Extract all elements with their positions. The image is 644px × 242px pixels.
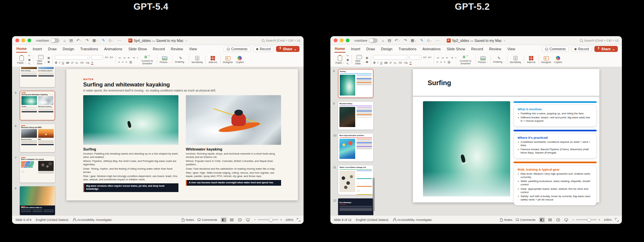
font-name-select[interactable]: ⌄ [373,55,408,60]
tab-review[interactable]: Review [170,46,183,52]
document-title[interactable]: P 5p4_slides — Saved to my Mac ⌄ [128,39,187,43]
layout-icon[interactable]: ▦⌄ [92,38,98,43]
slide-layout-icon[interactable]: ▦ [48,56,50,59]
search-input[interactable]: Search (Cmd + Ctrl + U) [580,39,619,42]
indent-button[interactable]: ⇥ [132,56,135,59]
normal-view-button[interactable] [221,217,227,223]
thumbnail-slide-8[interactable]: 8 Where the outdoors takes us [15,186,55,215]
font-name-select[interactable]: ⌄ [55,55,90,60]
tab-draw[interactable]: Draw [366,46,375,52]
zoom-slider[interactable] [258,219,278,220]
outdent-button[interactable]: ⇤ [446,56,448,59]
designer-button[interactable]: Designer [223,56,233,64]
line-spacing-button[interactable]: ↕ [137,56,138,59]
superscript-button[interactable]: x² [71,61,73,64]
thumbnail-slide-8[interactable]: 8 Surfing [333,69,373,98]
zoom-in-button[interactable]: + [598,218,600,222]
grow-font-button[interactable]: A˄ [105,56,108,59]
more-icon[interactable]: ⋯ [436,38,439,43]
kayaking-photo[interactable] [186,95,281,145]
format-painter-icon[interactable]: ✎ [346,62,349,65]
cut-icon[interactable]: ✂ [28,54,31,57]
subscript-button[interactable]: x₂ [394,61,396,64]
superscript-button[interactable]: x² [389,61,392,64]
tab-record[interactable]: Record [471,46,483,52]
italic-button[interactable]: I [377,61,378,64]
tab-design[interactable]: Design [62,46,74,52]
character-spacing-button[interactable]: AV [398,61,402,64]
home-icon[interactable]: ⌂ [63,39,66,43]
tab-insert[interactable]: Insert [351,46,361,52]
save-icon[interactable]: ▤ [388,38,391,43]
subscript-button[interactable]: x₂ [75,61,78,64]
picture-button[interactable]: Picture⌄ [160,56,170,64]
draw-icon[interactable]: ✎ [102,38,105,43]
change-case-button[interactable]: Aa [404,61,408,64]
underline-button[interactable]: U [380,61,382,64]
new-slide-button[interactable]: New Slide⌄ [36,55,46,65]
bullets-button[interactable]: ≔ [436,56,439,59]
surfing-photo[interactable] [83,95,178,145]
card-risk-training-gear[interactable]: Risk, training & typical gear Risk level… [514,162,597,205]
slide-layout-icon[interactable]: ▦ [366,56,369,59]
thumbnail-slide-6[interactable]: 6 Mountain biking and BMX Mountain bikin… [15,124,55,152]
redo-icon[interactable]: ↷ [404,38,407,43]
thumbnail-slide-9[interactable]: 9 Mountain biking [333,102,373,130]
slide-sorter-view-button[interactable] [229,217,235,223]
thumbnail-slide-4[interactable]: Rock climbing Ice climbing / alpinism [15,67,55,87]
tab-home[interactable]: Home [16,46,27,53]
cut-icon[interactable]: ✂ [346,54,349,57]
tab-animations[interactable]: Animations [104,46,122,52]
language-button[interactable]: English (United States) [356,218,388,222]
slide-subtitle[interactable]: In water sports, the environment itself … [83,89,281,92]
tab-view[interactable]: View [189,46,197,52]
accessibility-button[interactable]: Accessibility: Investigate [73,218,112,222]
close-button[interactable] [334,39,337,42]
align-right-button[interactable]: ≡ [444,60,445,64]
undo-icon[interactable]: ↶⌄ [76,38,82,43]
underline-button[interactable]: U [62,61,64,64]
comments-panel-button[interactable]: Comments [198,218,217,222]
search-input[interactable]: Search (Cmd + Ctrl + U) [262,39,300,42]
zoom-slider[interactable] [576,219,597,220]
bold-button[interactable]: B [373,61,375,64]
thumbnail-slide-5[interactable]: 5 Surfing and whitewater kayaking Surfin… [15,91,55,120]
section-icon[interactable]: ▣ [48,60,50,63]
font-size-select[interactable]: ⌄ [91,55,103,60]
font-color-button[interactable]: A [91,61,93,65]
paste-button[interactable]: Paste⌄ [16,56,26,64]
add-ins-button[interactable]: Add-ins [208,56,218,64]
align-center-button[interactable]: ≡ [440,60,442,64]
save-icon[interactable]: ▤ [69,38,73,43]
thumbnail-slide-7[interactable]: 7 Risk is managed, not erased [15,156,55,183]
share-button[interactable]: Share⌄ [594,46,618,52]
copilot-button[interactable]: Copilot [553,56,563,64]
tab-draw[interactable]: Draw [48,46,57,52]
copilot-button[interactable]: Copilot [235,56,245,64]
align-right-button[interactable]: ≡ [125,60,127,64]
slide-counter[interactable]: Slide 5 of 8 [15,218,32,222]
zoom-out-button[interactable]: − [573,218,575,222]
character-spacing-button[interactable]: AV [80,61,84,64]
tab-slide-show[interactable]: Slide Show [128,46,147,52]
align-left-button[interactable]: ≡ [436,60,438,64]
section-icon[interactable]: ▣ [366,60,369,63]
comments-button[interactable]: Comments [224,46,250,52]
slide-title[interactable]: Surfing and whitewater kayaking [83,81,281,88]
convert-to-smartart-button[interactable]: Convert to SmartArt [140,55,155,65]
copy-icon[interactable]: ▣ [28,58,31,61]
more-icon[interactable]: ⋯ [117,38,121,43]
font-size-select[interactable]: ⌄ [410,55,422,60]
thumbnail-scrollbar[interactable] [373,178,375,211]
tab-review[interactable]: Review [489,46,501,52]
reading-view-button[interactable] [555,217,561,223]
tab-insert[interactable]: Insert [33,46,43,52]
drawing-button[interactable]: ✎ Drawing⌄ [175,56,186,63]
tab-home[interactable]: Home [334,46,345,53]
italic-button[interactable]: I [59,61,60,64]
picture-button[interactable]: Picture⌄ [478,56,488,64]
undo-icon[interactable]: ↶⌄ [395,38,400,43]
tab-view[interactable]: View [507,46,516,52]
maximize-button[interactable] [28,39,31,42]
language-button[interactable]: English (United States) [36,218,68,222]
